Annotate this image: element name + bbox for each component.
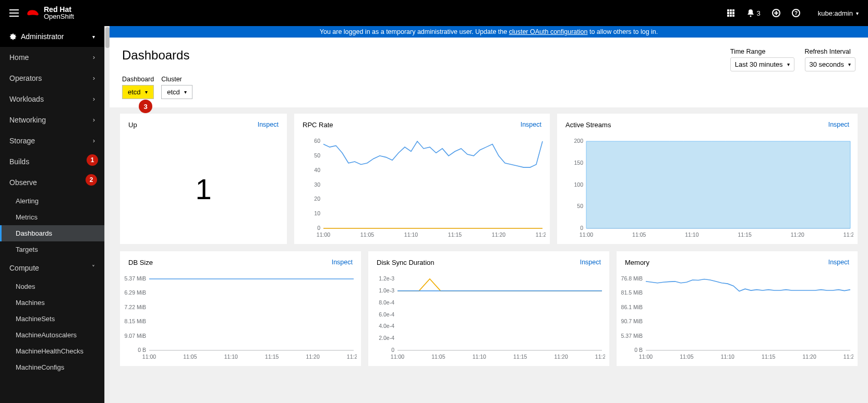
svg-text:76.29 MiB: 76.29 MiB xyxy=(124,289,146,296)
chevron-right-icon: › xyxy=(93,95,95,103)
banner-link[interactable]: cluster OAuth configuration xyxy=(509,28,588,35)
svg-text:20: 20 xyxy=(314,196,320,202)
svg-rect-9 xyxy=(732,15,734,17)
panel-up: Up Inspect 1 xyxy=(120,114,287,244)
inspect-link[interactable]: Inspect xyxy=(828,259,849,266)
svg-text:11:20: 11:20 xyxy=(492,231,505,238)
sidebar-link-machines[interactable]: Machines xyxy=(0,295,104,311)
annotation-badge-2: 2 xyxy=(86,174,97,186)
svg-text:11:25: 11:25 xyxy=(595,353,605,360)
add-icon[interactable] xyxy=(772,9,780,17)
svg-text:30: 30 xyxy=(314,181,320,188)
refresh-interval-select[interactable]: 30 seconds ▾ xyxy=(805,57,856,71)
inspect-link[interactable]: Inspect xyxy=(332,259,353,266)
svg-rect-5 xyxy=(730,12,732,14)
svg-text:6.0e-4: 6.0e-4 xyxy=(379,311,394,317)
svg-text:50: 50 xyxy=(314,152,320,158)
annotation-badge-3: 3 xyxy=(139,100,152,113)
sidebar-link-machineconfigs[interactable]: MachineConfigs xyxy=(0,359,104,375)
svg-text:0: 0 xyxy=(580,225,583,231)
sidebar-item-label: Observe xyxy=(9,178,37,187)
panel-up-title: Up xyxy=(128,121,137,129)
inspect-link[interactable]: Inspect xyxy=(258,121,279,129)
inspect-link[interactable]: Inspect xyxy=(580,259,601,266)
main: You are logged in as a temporary adminis… xyxy=(104,26,868,403)
inspect-link[interactable]: Inspect xyxy=(521,121,541,129)
sidebar-item-workloads[interactable]: Workloads› xyxy=(0,89,104,109)
sidebar-link-nodes[interactable]: Nodes xyxy=(0,278,104,295)
brand-logo[interactable]: Red Hat OpenShift xyxy=(26,6,74,20)
svg-text:11:10: 11:10 xyxy=(685,231,698,238)
user-menu[interactable]: kube:admin ▾ xyxy=(818,9,859,17)
caret-down-icon: ▾ xyxy=(92,34,95,40)
svg-text:4.0e-4: 4.0e-4 xyxy=(379,323,394,329)
dashboard-filter-value: etcd xyxy=(128,88,141,96)
nav-toggle-button[interactable] xyxy=(9,9,19,17)
panel-mem-title: Memory xyxy=(625,259,649,266)
sidebar-item-compute[interactable]: Compute˅ xyxy=(0,258,104,278)
svg-text:11:10: 11:10 xyxy=(404,231,418,238)
svg-text:0 B: 0 B xyxy=(138,347,146,353)
svg-text:40: 40 xyxy=(314,167,320,173)
inspect-link[interactable]: Inspect xyxy=(828,121,849,129)
help-icon[interactable]: ? xyxy=(792,9,800,17)
app-launcher-icon[interactable] xyxy=(727,9,735,17)
notifications-icon[interactable]: 3 xyxy=(746,9,761,17)
chevron-right-icon: › xyxy=(93,54,95,61)
svg-text:10: 10 xyxy=(314,210,320,216)
perspective-switcher[interactable]: Administrator ▾ xyxy=(0,26,104,47)
sidebar-link-alerting[interactable]: Alerting xyxy=(0,193,104,209)
scrollbar[interactable] xyxy=(104,26,110,403)
cluster-filter-select[interactable]: etcd ▾ xyxy=(161,85,192,99)
sidebar-item-home[interactable]: Home› xyxy=(0,47,104,68)
caret-down-icon: ▾ xyxy=(848,62,851,67)
cluster-filter-value: etcd xyxy=(167,88,180,96)
svg-text:11:15: 11:15 xyxy=(513,353,527,360)
sidebar-item-operators[interactable]: Operators› xyxy=(0,68,104,89)
svg-text:11:00: 11:00 xyxy=(580,231,593,238)
panel-db-title: DB Size xyxy=(128,259,153,266)
sidebar-item-storage[interactable]: Storage› xyxy=(0,130,104,151)
sidebar-link-machinesets[interactable]: MachineSets xyxy=(0,311,104,327)
svg-text:11:20: 11:20 xyxy=(802,353,816,360)
svg-text:11:10: 11:10 xyxy=(224,353,238,360)
caret-down-icon: ▾ xyxy=(145,89,148,95)
sidebar-link-machineautoscalers[interactable]: MachineAutoscalers xyxy=(0,327,104,343)
svg-text:11:15: 11:15 xyxy=(448,231,462,238)
sidebar-link-dashboards[interactable]: Dashboards xyxy=(0,225,104,241)
svg-text:0: 0 xyxy=(391,347,394,353)
svg-point-10 xyxy=(750,16,751,17)
cluster-filter-label: Cluster xyxy=(161,76,192,83)
sidebar-link-targets[interactable]: Targets xyxy=(0,241,104,258)
svg-text:0: 0 xyxy=(317,225,320,231)
svg-text:11:25: 11:25 xyxy=(843,353,853,360)
svg-text:2.0e-4: 2.0e-4 xyxy=(379,335,394,341)
svg-rect-2 xyxy=(730,9,732,11)
svg-text:11:15: 11:15 xyxy=(738,231,751,238)
svg-text:11:25: 11:25 xyxy=(536,231,546,238)
svg-text:1.2e-3: 1.2e-3 xyxy=(379,276,394,282)
svg-text:11:05: 11:05 xyxy=(680,353,693,360)
svg-text:11:20: 11:20 xyxy=(306,353,319,360)
info-banner: You are logged in as a temporary adminis… xyxy=(110,26,868,38)
svg-text:?: ? xyxy=(794,10,798,16)
svg-text:11:10: 11:10 xyxy=(721,353,734,360)
svg-text:1.0e-3: 1.0e-3 xyxy=(379,287,394,294)
svg-text:19.07 MiB: 19.07 MiB xyxy=(124,333,146,339)
gear-icon xyxy=(9,33,17,40)
annotation-badge-1: 1 xyxy=(87,154,98,166)
banner-post: to allow others to log in. xyxy=(587,28,658,35)
panel-active-title: Active Streams xyxy=(565,121,611,129)
dashboard-filter-select[interactable]: etcd ▾ xyxy=(122,85,154,99)
panel-db-size: DB Size Inspect 0 B19.07 MiB38.15 MiB57.… xyxy=(120,251,361,366)
chevron-right-icon: › xyxy=(93,137,95,144)
sidebar-link-machinehealthchecks[interactable]: MachineHealthChecks xyxy=(0,343,104,359)
brand-line1: Red Hat xyxy=(44,6,74,13)
sidebar-item-networking[interactable]: Networking› xyxy=(0,109,104,130)
sidebar-item-label: Workloads xyxy=(9,95,44,103)
dashboard-filter-label: Dashboard xyxy=(122,76,154,83)
time-range-select[interactable]: Last 30 minutes ▾ xyxy=(730,57,794,71)
svg-text:95.37 MiB: 95.37 MiB xyxy=(124,276,146,282)
sidebar-link-metrics[interactable]: Metrics xyxy=(0,209,104,225)
sidebar-item-label: Home xyxy=(9,53,29,62)
